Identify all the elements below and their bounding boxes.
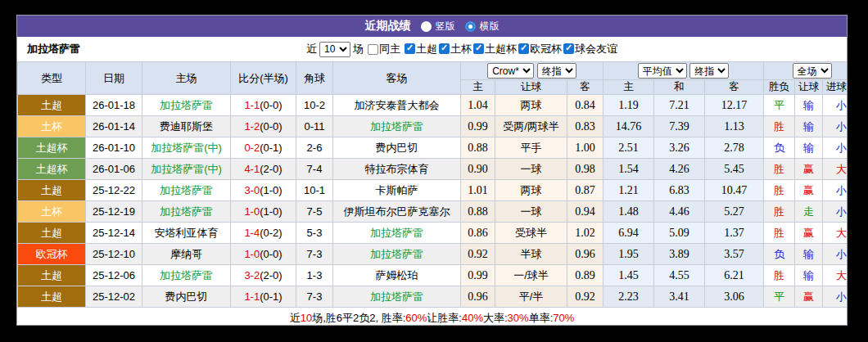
table-row: 土杯26-01-14费迪耶斯堡1-2(0-0)0-11加拉塔萨雷0.99受两/两… <box>18 116 848 137</box>
col-header-avg-home: 主 <box>604 80 654 95</box>
home-team-cell: 加拉塔萨雷 <box>142 265 231 286</box>
competition-option[interactable]: 土杯 <box>437 42 472 56</box>
avg-away-cell: 12.17 <box>705 95 764 116</box>
match-type-cell: 土杯 <box>18 201 86 223</box>
avg-away-cell: 3.57 <box>705 244 764 265</box>
horizontal-radio[interactable] <box>465 21 476 32</box>
competition-option[interactable]: 土超 <box>403 42 437 56</box>
summary-segment: 大率: <box>483 311 508 326</box>
avg-draw-cell: 7.21 <box>654 95 705 116</box>
table-row: 土超25-12-06加拉塔萨雷3-2(2-0)1-3萨姆松珀0.99一/球半0.… <box>18 265 848 286</box>
col-header-home: 主场 <box>142 62 231 95</box>
competition-option[interactable]: 球会友谊 <box>562 42 617 56</box>
scope-group-header: 全场 <box>764 62 848 80</box>
layout-horizontal-option[interactable]: 横版 <box>465 20 500 34</box>
corner-cell: 7-3 <box>296 286 333 308</box>
away-odds-cell: 0.92 <box>567 286 604 308</box>
corner-cell: 2-6 <box>296 137 333 159</box>
avg-group-header: 平均值 终指 <box>604 62 764 80</box>
handicap-cell: 半球 <box>495 244 567 265</box>
result-cell: 胜 <box>764 201 795 223</box>
recent-count-select[interactable]: 10 <box>319 42 350 57</box>
home-team-cell: 费内巴切 <box>142 286 231 308</box>
home-odds-cell: 0.88 <box>461 137 495 159</box>
col-header-away: 客场 <box>333 62 461 95</box>
result-cell: 胜 <box>764 159 795 180</box>
summary-segment: 单率: <box>529 311 554 326</box>
corner-cell: 10-2 <box>296 95 333 116</box>
goals-cell: 小 <box>823 180 848 201</box>
match-type-cell: 土超杯 <box>18 137 86 159</box>
handicap-cell: 平手 <box>495 137 567 159</box>
table-row: 土超杯26-01-06加拉塔萨雷(中)4-1(2-0)7-4特拉布宗体育0.90… <box>18 159 848 180</box>
score-cell: 3-2(2-0) <box>231 265 296 286</box>
handicap-cell: 受球半 <box>495 223 567 244</box>
table-row: 土杯25-12-19加拉塔萨雷1-0(1-0)7-5伊斯坦布尔巴萨克塞尔0.88… <box>18 201 848 223</box>
same-home-label: 同主 <box>379 42 400 56</box>
goals-cell: 小 <box>823 201 848 223</box>
avg-home-cell: 1.95 <box>604 244 654 265</box>
avg-stage-select[interactable]: 终指 <box>689 63 729 79</box>
result-cell: 负 <box>764 244 795 265</box>
competition-checkbox[interactable] <box>473 43 484 54</box>
handicap-cell: 一球 <box>495 201 567 223</box>
corner-cell: 7-5 <box>296 201 333 223</box>
away-odds-cell: 0.98 <box>567 159 604 180</box>
away-team-cell: 特拉布宗体育 <box>333 159 461 180</box>
avg-home-cell: 1.48 <box>604 201 654 223</box>
titlebar: 近期战绩 竖版 横版 <box>17 16 847 37</box>
summary-stats: 近10场,胜6平2负2, 胜率:60% 让胜率:40% 大率:30% 单率:70… <box>17 308 847 326</box>
away-team-cell: 加济安泰普大都会 <box>333 95 461 116</box>
odds-company-select[interactable]: Crow* <box>487 63 534 79</box>
competition-option[interactable]: 土超杯 <box>472 42 517 56</box>
match-date-cell: 25-12-22 <box>86 180 142 201</box>
score-cell: 4-1(2-0) <box>231 159 296 180</box>
home-odds-cell: 0.90 <box>461 159 495 180</box>
matches-label: 场 <box>353 42 364 56</box>
away-odds-cell: 0.96 <box>567 244 604 265</box>
away-team-cell: 伊斯坦布尔巴萨克塞尔 <box>333 201 461 223</box>
horizontal-radio-label: 横版 <box>480 20 500 34</box>
col-header-handicap-result: 让球 <box>795 80 823 95</box>
avg-away-cell: 2.78 <box>705 137 764 159</box>
competition-option[interactable]: 欧冠杯 <box>517 42 562 56</box>
col-header-type: 类型 <box>18 62 86 95</box>
match-date-cell: 26-01-14 <box>86 116 142 137</box>
avg-away-cell: 6.21 <box>705 265 764 286</box>
scope-select[interactable]: 全场 <box>793 63 832 79</box>
odds-group-header: Crow* 终指 <box>461 62 604 80</box>
layout-vertical-option[interactable]: 竖版 <box>421 20 455 34</box>
score-cell: 1-0(1-0) <box>231 201 296 223</box>
competition-checkbox[interactable] <box>405 43 415 54</box>
match-date-cell: 26-01-18 <box>86 95 142 116</box>
col-header-date: 日期 <box>86 62 142 95</box>
summary-segment: 让胜率: <box>427 311 462 326</box>
competition-checkbox[interactable] <box>563 43 574 54</box>
vertical-radio[interactable] <box>421 21 432 32</box>
goals-cell: 大 <box>823 223 848 244</box>
avg-draw-cell: 4.26 <box>654 159 705 180</box>
same-home-checkbox[interactable] <box>368 44 378 55</box>
avg-draw-cell: 4.55 <box>654 265 705 286</box>
competition-checkbox[interactable] <box>439 43 450 54</box>
summary-segment: 场,胜6平2负2, 胜率: <box>312 311 405 326</box>
home-odds-cell: 0.92 <box>461 244 495 265</box>
result-cell: 胜 <box>764 265 795 286</box>
home-team-cell: 加拉塔萨雷(中) <box>142 137 231 159</box>
vertical-radio-label: 竖版 <box>436 20 455 34</box>
handicap-result-cell: 输 <box>795 244 823 265</box>
avg-select[interactable]: 平均值 <box>638 63 687 79</box>
score-cell: 1-4(0-2) <box>231 223 296 244</box>
home-team-cell: 加拉塔萨雷 <box>142 180 231 201</box>
col-header-corner: 角球 <box>296 62 333 95</box>
competition-checkbox[interactable] <box>518 43 529 54</box>
handicap-result-cell: 输 <box>795 116 823 137</box>
same-home-option[interactable]: 同主 <box>366 42 400 56</box>
filter-bar: 加拉塔萨雷 近 10 场 同主 土超土杯土超杯欧冠杯球会友谊 <box>17 37 847 61</box>
handicap-result-cell: 输 <box>795 137 823 159</box>
competition-label: 球会友谊 <box>575 42 617 56</box>
home-team-cell: 加拉塔萨雷 <box>142 95 231 116</box>
result-cell: 胜 <box>764 223 795 244</box>
odds-stage-select[interactable]: 终指 <box>537 63 576 79</box>
competition-label: 土超 <box>416 42 437 56</box>
